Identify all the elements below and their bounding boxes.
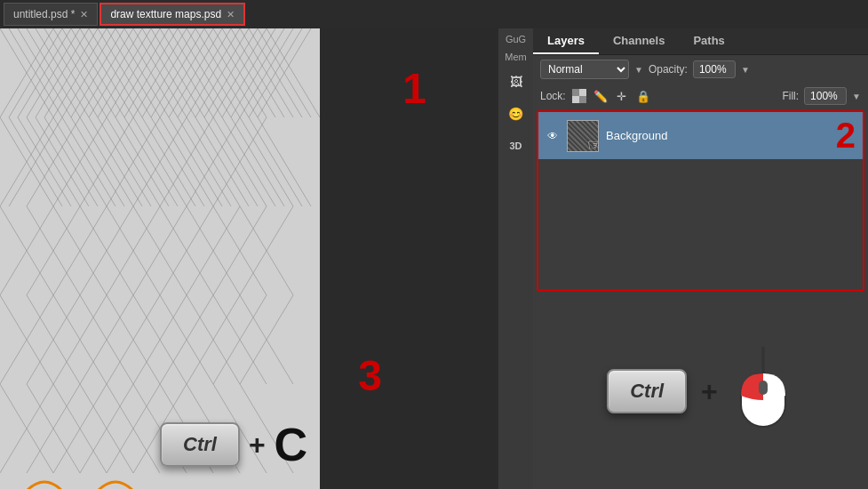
plus-sign-lower: +: [701, 375, 718, 408]
step-2-label: 2: [836, 116, 856, 156]
ctrl-key-button-lower[interactable]: Ctrl: [607, 369, 687, 413]
image-tool-icon[interactable]: 🖼: [502, 68, 530, 96]
opacity-input[interactable]: [693, 60, 736, 78]
fill-input[interactable]: [804, 87, 847, 105]
layer-item-background[interactable]: 👁 ☞ Background 2: [538, 112, 863, 159]
keyboard-shortcut-ctrl-c: Ctrl + C: [160, 418, 307, 471]
tab-paths-label: Paths: [693, 34, 724, 47]
opacity-dropdown-arrow: ▼: [741, 65, 750, 75]
blend-dropdown-arrow: ▼: [634, 65, 643, 75]
gug-label: GuG: [504, 32, 528, 46]
tab-layers[interactable]: Layers: [533, 28, 599, 54]
svg-rect-164: [759, 381, 768, 395]
tab-channels-label: Channels: [613, 34, 665, 47]
3d-tool-icon[interactable]: 3D: [502, 132, 530, 160]
opacity-label: Opacity:: [649, 63, 688, 76]
lock-transparency-icon[interactable]: [571, 88, 587, 104]
step-3-label: 3: [358, 351, 382, 400]
canvas-area: 1 3 Ctrl + C: [0, 28, 498, 489]
lock-position-icon[interactable]: ✛: [614, 88, 630, 104]
c-key-label: C: [275, 418, 308, 471]
layer-visibility-toggle[interactable]: 👁: [545, 129, 560, 143]
svg-rect-161: [579, 96, 586, 103]
main-content: 1 3 Ctrl + C GuG Mem 🖼 😊 3D Layers: [0, 28, 868, 489]
svg-rect-160: [572, 96, 579, 103]
tab-untitled[interactable]: untitled.psd * ✕: [4, 3, 98, 26]
right-panel: Layers Channels Paths Normal ▼ Opacity: …: [533, 28, 868, 489]
emoji-tool-icon[interactable]: 😊: [502, 100, 530, 128]
tab-channels[interactable]: Channels: [599, 28, 680, 54]
mouse-icon: [732, 347, 794, 436]
lower-panel-shortcut: Ctrl +: [533, 293, 868, 489]
toolbar-strip: GuG Mem 🖼 😊 3D: [498, 28, 533, 489]
layers-list: 👁 ☞ Background 2: [537, 110, 864, 292]
tab-layers-label: Layers: [547, 34, 585, 47]
ctrl-key-label: Ctrl: [183, 433, 217, 456]
cursor-hand-icon: ☞: [587, 135, 599, 152]
step-1-label: 1: [402, 64, 426, 113]
layer-name: Background: [606, 129, 667, 142]
tab-untitled-label: untitled.psd *: [13, 8, 75, 20]
tab-bar: untitled.psd * ✕ draw textture maps.psd …: [0, 0, 868, 28]
fill-dropdown-arrow: ▼: [852, 92, 861, 101]
svg-rect-158: [572, 89, 579, 96]
ctrl-key-button[interactable]: Ctrl: [160, 422, 240, 467]
fill-label: Fill:: [782, 90, 799, 102]
svg-rect-159: [579, 89, 586, 96]
tab-texture-maps-label: draw textture maps.psd: [110, 8, 221, 20]
blend-mode-select[interactable]: Normal: [540, 60, 629, 79]
plus-sign-1: +: [249, 429, 266, 461]
tab-paths[interactable]: Paths: [679, 28, 738, 54]
blend-row: Normal ▼ Opacity: ▼: [533, 55, 868, 84]
tab-untitled-close[interactable]: ✕: [80, 9, 88, 20]
lock-row: Lock: ✏️ ✛ 🔒 Fill: ▼: [533, 84, 868, 108]
tab-texture-maps[interactable]: draw textture maps.psd ✕: [100, 3, 245, 26]
layer-thumbnail: ☞: [567, 120, 599, 152]
panel-tabs: Layers Channels Paths: [533, 28, 868, 55]
lock-all-icon[interactable]: 🔒: [635, 88, 651, 104]
lock-image-icon[interactable]: ✏️: [593, 88, 609, 104]
mem-label: Mem: [503, 50, 528, 64]
lock-label: Lock:: [540, 90, 566, 102]
ctrl-key-label-lower: Ctrl: [630, 380, 664, 403]
tab-texture-maps-close[interactable]: ✕: [227, 9, 235, 20]
